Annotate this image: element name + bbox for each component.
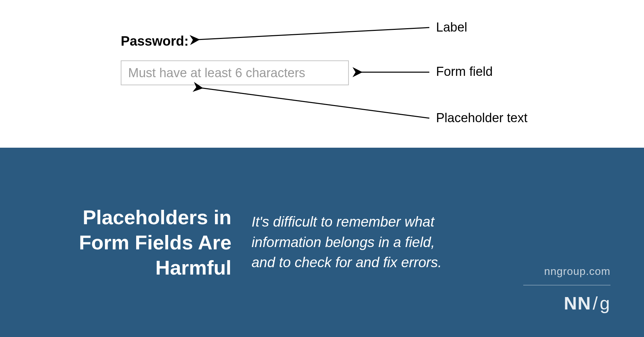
card-headline: Placeholders in Form Fields Are Harmful <box>34 205 241 280</box>
brand-logo-slash: / <box>593 293 598 313</box>
arrow-to-placeholder-icon <box>201 88 429 118</box>
card-description: It's difficult to remember what informat… <box>241 212 456 273</box>
diagram-panel: Password: Must have at least 6 character… <box>0 0 644 148</box>
annotation-placeholder: Placeholder text <box>436 111 528 125</box>
annotation-label: Label <box>436 20 467 35</box>
brand-block: nngroup.com NN/g <box>523 265 610 314</box>
annotation-form-field: Form field <box>436 64 493 79</box>
arrow-to-label-icon <box>198 28 429 40</box>
form-label: Password: <box>121 34 189 49</box>
password-input[interactable]: Must have at least 6 characters <box>121 60 349 85</box>
page-root: Password: Must have at least 6 character… <box>0 0 644 337</box>
brand-logo: NN/g <box>523 293 610 314</box>
brand-logo-nn: NN <box>564 293 591 313</box>
brand-url: nngroup.com <box>523 265 610 278</box>
placeholder-text: Must have at least 6 characters <box>128 66 305 80</box>
title-card: Placeholders in Form Fields Are Harmful … <box>0 148 644 337</box>
brand-logo-g: g <box>600 293 610 313</box>
brand-divider <box>523 285 610 285</box>
